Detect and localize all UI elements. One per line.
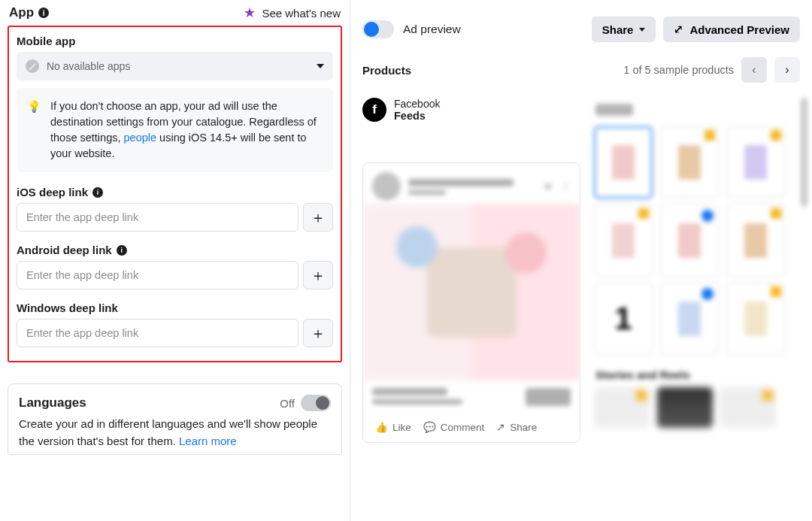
placement-name: Feeds bbox=[394, 110, 440, 122]
learn-more-link[interactable]: Learn more bbox=[179, 435, 237, 447]
mobile-app-select[interactable]: No available apps bbox=[17, 52, 333, 80]
warning-icon bbox=[771, 208, 781, 219]
android-deeplink-input[interactable] bbox=[17, 261, 298, 289]
languages-toggle[interactable] bbox=[301, 395, 331, 411]
status-dot-icon bbox=[701, 210, 714, 222]
warning-icon bbox=[762, 390, 773, 401]
chevron-down-icon bbox=[317, 64, 324, 68]
expand-icon: ⤢ bbox=[674, 23, 683, 36]
story-thumb[interactable] bbox=[657, 387, 713, 428]
info-icon[interactable]: i bbox=[92, 187, 103, 198]
windows-deeplink-input[interactable] bbox=[17, 319, 298, 347]
info-tip: 💡 If you don't choose an app, your ad wi… bbox=[17, 88, 333, 172]
comment-button[interactable]: 💬Comment bbox=[423, 421, 485, 433]
story-thumb[interactable] bbox=[720, 387, 776, 428]
scrollbar[interactable] bbox=[801, 98, 807, 207]
languages-state: Off bbox=[280, 397, 295, 410]
ios-deeplink-input[interactable] bbox=[17, 203, 298, 232]
prev-product-button[interactable]: ‹ bbox=[741, 57, 767, 83]
android-deeplink-label: Android deep link bbox=[17, 244, 112, 256]
share-button[interactable]: Share bbox=[592, 17, 656, 42]
warning-icon bbox=[638, 208, 649, 219]
placement-thumb[interactable] bbox=[660, 126, 719, 198]
platform-name: Facebook bbox=[394, 98, 440, 110]
share-button[interactable]: ↗Share bbox=[496, 421, 537, 433]
avatar bbox=[372, 172, 401, 201]
placement-thumb[interactable] bbox=[594, 126, 653, 198]
whats-new-label: See what's new bbox=[262, 7, 341, 20]
products-bar: Products 1 of 5 sample products ‹ › bbox=[350, 50, 812, 90]
ad-preview-label: Ad preview bbox=[403, 23, 461, 36]
more-icon: ✕ bbox=[544, 180, 553, 192]
like-icon: 👍 bbox=[375, 421, 388, 433]
products-title: Products bbox=[362, 64, 411, 77]
warning-icon bbox=[636, 390, 647, 401]
languages-desc: Create your ad in different languages an… bbox=[19, 417, 317, 447]
select-placeholder: No available apps bbox=[47, 60, 130, 72]
post-image bbox=[363, 204, 580, 380]
placement-thumb[interactable] bbox=[726, 126, 785, 198]
placement-thumb[interactable]: 1 bbox=[594, 283, 653, 355]
languages-title: Languages bbox=[19, 395, 86, 410]
section-title: App bbox=[9, 5, 34, 20]
windows-add-button[interactable]: ＋ bbox=[303, 319, 333, 347]
lightbulb-icon: 💡 bbox=[27, 98, 41, 162]
menu-icon: ⋮ bbox=[560, 180, 571, 192]
placement-gallery: 1 Stories and Reels bbox=[591, 98, 809, 521]
mobile-app-label: Mobile app bbox=[17, 35, 333, 47]
warning-icon bbox=[704, 130, 715, 141]
advanced-preview-label: Advanced Preview bbox=[689, 23, 789, 36]
placement-thumb[interactable] bbox=[660, 204, 719, 277]
facebook-icon: f bbox=[362, 98, 386, 122]
like-button[interactable]: 👍Like bbox=[375, 421, 411, 433]
info-icon[interactable]: i bbox=[117, 245, 127, 256]
placement-thumb[interactable] bbox=[726, 283, 785, 355]
placement-thumb[interactable] bbox=[660, 283, 719, 355]
warning-icon bbox=[771, 130, 781, 141]
chevron-down-icon bbox=[639, 28, 645, 32]
feed-post-preview: ✕⋮ 👍Like 💬Comment ↗Share bbox=[362, 162, 580, 443]
ios-add-button[interactable]: ＋ bbox=[303, 203, 333, 232]
share-icon: ↗ bbox=[496, 421, 505, 433]
ios-deeplink-label: iOS deep link bbox=[17, 186, 88, 198]
android-add-button[interactable]: ＋ bbox=[303, 261, 333, 289]
windows-deeplink-label: Windows deep link bbox=[17, 301, 118, 314]
story-thumb[interactable] bbox=[594, 387, 650, 428]
next-product-button[interactable]: › bbox=[774, 57, 800, 83]
share-label: Share bbox=[602, 23, 634, 36]
ad-preview-toggle[interactable] bbox=[362, 20, 394, 38]
placement-thumb[interactable] bbox=[594, 204, 653, 277]
disabled-icon bbox=[26, 59, 39, 73]
placement-thumb[interactable] bbox=[726, 204, 785, 277]
app-header: App i ★ See what's new bbox=[8, 5, 342, 21]
info-icon[interactable]: i bbox=[38, 8, 49, 18]
preview-bar: Ad preview Share ⤢ Advanced Preview bbox=[350, 0, 812, 50]
warning-icon bbox=[771, 286, 781, 297]
advanced-preview-button[interactable]: ⤢ Advanced Preview bbox=[663, 17, 800, 42]
languages-card: Languages Off Create your ad in differen… bbox=[8, 383, 342, 455]
stories-reels-label: Stories and Reels bbox=[595, 368, 797, 381]
tip-people-link[interactable]: people bbox=[124, 132, 157, 144]
status-dot-icon bbox=[701, 288, 714, 300]
products-counter: 1 of 5 sample products bbox=[623, 64, 734, 76]
star-icon: ★ bbox=[244, 5, 256, 21]
app-settings-card: Mobile app No available apps 💡 If you do… bbox=[8, 26, 342, 362]
comment-icon: 💬 bbox=[423, 421, 436, 433]
whats-new-link[interactable]: ★ See what's new bbox=[244, 5, 341, 21]
